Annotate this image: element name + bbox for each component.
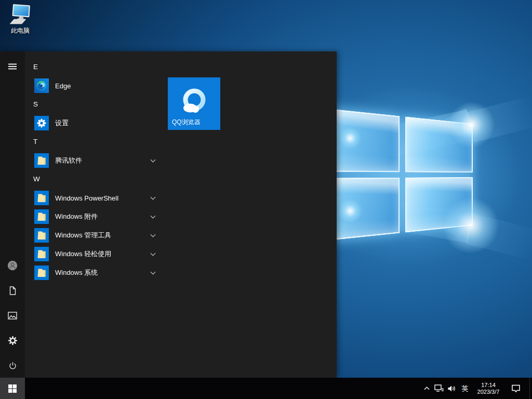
desktop-icon-this-pc[interactable]: 此电脑 (5, 3, 35, 35)
gear-icon (8, 336, 18, 345)
expand-menu-button[interactable] (0, 54, 25, 79)
app-item-label: Edge (55, 82, 71, 90)
app-item-label: Windows 附件 (55, 212, 98, 221)
clock[interactable]: 17:14 2023/3/7 (472, 378, 504, 399)
app-section-header-w[interactable]: W (25, 170, 163, 189)
app-item-label: Windows PowerShell (55, 194, 118, 202)
speaker-icon (447, 385, 456, 392)
clock-time: 17:14 (477, 382, 500, 389)
app-item-tencent-software[interactable]: 腾讯软件 (25, 151, 163, 170)
app-item-windows-ease-of-access[interactable]: Windows 轻松使用 (25, 245, 163, 263)
computer-icon (8, 3, 33, 26)
app-section-header-t[interactable]: T (25, 132, 163, 151)
folder-icon (34, 247, 49, 261)
clock-date: 2023/3/7 (477, 389, 500, 395)
app-item-label: 设置 (55, 118, 69, 128)
folder-icon (34, 265, 49, 280)
tray-overflow-button[interactable] (420, 378, 433, 399)
pictures-icon (8, 312, 17, 320)
folder-icon (34, 209, 49, 224)
action-center-button[interactable] (504, 378, 527, 399)
start-menu-rail (0, 51, 25, 378)
chevron-down-icon[interactable] (150, 159, 156, 163)
chevron-down-icon[interactable] (150, 196, 156, 200)
app-section-header-e[interactable]: E (25, 58, 163, 76)
language-indicator[interactable]: 英 (458, 378, 472, 399)
chevron-down-icon[interactable] (150, 215, 156, 219)
ethernet-icon (434, 384, 444, 392)
app-item-label: Windows 系统 (55, 268, 98, 277)
app-item-label: Windows 轻松使用 (55, 249, 111, 259)
hamburger-icon (8, 63, 17, 70)
tile-area: QQ浏览器 (168, 77, 220, 130)
settings-button[interactable] (0, 328, 25, 353)
light-ray (467, 95, 532, 142)
app-item-windows-system[interactable]: Windows 系统 (25, 263, 163, 282)
user-icon (7, 260, 18, 271)
power-icon (8, 361, 18, 370)
notification-icon (511, 384, 521, 393)
app-section-header-s[interactable]: S (25, 95, 163, 114)
app-item-edge[interactable]: Edge (25, 76, 163, 95)
show-desktop-button[interactable] (530, 378, 532, 399)
desktop-icon-label: 此电脑 (5, 26, 35, 35)
tile-qq-browser[interactable]: QQ浏览器 (168, 77, 220, 130)
app-item-settings[interactable]: 设置 (25, 114, 163, 132)
taskbar: 英 17:14 2023/3/7 (0, 378, 532, 399)
window-pane (405, 177, 473, 233)
documents-button[interactable] (0, 278, 25, 303)
folder-icon (34, 191, 49, 205)
volume-button[interactable] (445, 378, 458, 399)
app-list: E Edge S 设置 T 腾讯软件 W Windows (25, 58, 163, 282)
settings-app-icon (34, 116, 49, 130)
windows-desktop: 此电脑 (0, 0, 532, 399)
app-item-label: 腾讯软件 (55, 156, 82, 165)
app-item-windows-powershell[interactable]: Windows PowerShell (25, 189, 163, 207)
light-ray (466, 214, 532, 263)
chevron-down-icon[interactable] (150, 271, 156, 275)
user-account-button[interactable] (0, 253, 25, 278)
window-pane (405, 116, 473, 172)
chevron-down-icon[interactable] (150, 234, 156, 237)
chevron-down-icon[interactable] (150, 252, 156, 256)
document-icon (8, 286, 17, 295)
power-button[interactable] (0, 353, 25, 378)
edge-icon (34, 78, 49, 93)
app-item-windows-admin-tools[interactable]: Windows 管理工具 (25, 226, 163, 245)
pictures-button[interactable] (0, 303, 25, 328)
start-menu: E Edge S 设置 T 腾讯软件 W Windows (0, 51, 337, 378)
system-tray: 英 17:14 2023/3/7 (420, 378, 532, 399)
language-label: 英 (462, 384, 469, 393)
folder-icon (34, 228, 49, 243)
chevron-up-icon (424, 387, 430, 390)
network-button[interactable] (433, 378, 445, 399)
app-item-windows-accessories[interactable]: Windows 附件 (25, 207, 163, 226)
app-item-label: Windows 管理工具 (55, 231, 111, 240)
windows-logo-icon (8, 384, 17, 393)
folder-icon (34, 153, 49, 168)
tile-label: QQ浏览器 (172, 118, 201, 127)
start-button[interactable] (0, 378, 25, 399)
